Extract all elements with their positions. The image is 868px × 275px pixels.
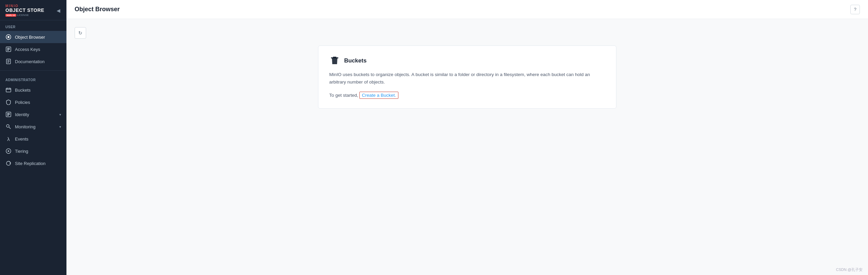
help-button[interactable]: ? bbox=[850, 5, 860, 14]
sidebar-item-tiering[interactable]: Tiering bbox=[0, 145, 66, 157]
sidebar-item-policies[interactable]: Policies bbox=[0, 96, 66, 108]
sidebar: MINIO OBJECT STORE AGPL V3 LICENSE ◀ Use… bbox=[0, 0, 66, 275]
policies-icon bbox=[5, 99, 12, 105]
identity-icon bbox=[5, 111, 12, 117]
sidebar-item-label: Access Keys bbox=[15, 47, 40, 52]
admin-section-label: Administrator bbox=[0, 73, 66, 84]
site-replication-icon bbox=[5, 160, 12, 166]
sidebar-item-identity[interactable]: Identity ▾ bbox=[0, 108, 66, 121]
sidebar-item-label: Object Browser bbox=[15, 35, 45, 40]
sidebar-divider bbox=[0, 70, 66, 71]
object-browser-icon bbox=[5, 34, 12, 40]
create-bucket-row: To get started, Create a Bucket. bbox=[329, 92, 605, 99]
user-section-label: User bbox=[0, 20, 66, 31]
buckets-card: Buckets MinIO uses buckets to organize o… bbox=[318, 45, 616, 109]
refresh-button[interactable]: ↻ bbox=[75, 27, 86, 39]
sidebar-item-label: Policies bbox=[15, 100, 30, 105]
sidebar-item-events[interactable]: λ Events bbox=[0, 133, 66, 145]
sidebar-item-documentation[interactable]: Documentation bbox=[0, 55, 66, 68]
sidebar-item-label: Identity bbox=[15, 112, 29, 117]
license-label: LICENSE bbox=[17, 14, 29, 17]
sidebar-item-label: Buckets bbox=[15, 88, 31, 93]
sidebar-item-site-replication[interactable]: Site Replication bbox=[0, 157, 66, 169]
monitoring-icon bbox=[5, 124, 12, 130]
sidebar-item-label: Events bbox=[15, 136, 28, 142]
cta-prefix: To get started, bbox=[329, 93, 358, 98]
svg-point-1 bbox=[7, 36, 9, 38]
svg-rect-16 bbox=[7, 114, 10, 115]
sidebar-item-access-keys[interactable]: Access Keys bbox=[0, 43, 66, 55]
agpl-badge: AGPL V3 bbox=[5, 14, 16, 17]
bucket-svg-icon bbox=[330, 56, 339, 66]
sidebar-header: MINIO OBJECT STORE AGPL V3 LICENSE ◀ bbox=[0, 0, 66, 20]
svg-rect-5 bbox=[7, 50, 9, 51]
logo-title: OBJECT STORE bbox=[5, 8, 44, 13]
content-area: ↻ Buckets MinIO uses buckets to organize… bbox=[66, 19, 868, 275]
refresh-icon: ↻ bbox=[78, 30, 82, 36]
create-bucket-link[interactable]: Create a Bucket. bbox=[359, 92, 398, 99]
sidebar-item-label: Site Replication bbox=[15, 161, 45, 166]
buckets-nav-icon bbox=[5, 87, 12, 93]
sidebar-item-monitoring[interactable]: Monitoring ▾ bbox=[0, 121, 66, 133]
svg-rect-24 bbox=[333, 57, 336, 58]
sidebar-item-label: Monitoring bbox=[15, 124, 36, 129]
collapse-button[interactable]: ◀ bbox=[56, 7, 61, 14]
top-bar: Object Browser ? bbox=[66, 0, 868, 19]
page-title: Object Browser bbox=[75, 6, 120, 13]
buckets-card-header: Buckets bbox=[329, 55, 605, 66]
documentation-icon bbox=[5, 58, 12, 65]
identity-chevron-icon: ▾ bbox=[59, 113, 61, 116]
access-keys-icon bbox=[5, 46, 12, 52]
svg-rect-17 bbox=[7, 115, 9, 116]
svg-rect-3 bbox=[7, 48, 10, 49]
svg-rect-4 bbox=[7, 49, 10, 50]
monitoring-chevron-icon: ▾ bbox=[59, 125, 61, 129]
sidebar-item-label: Documentation bbox=[15, 59, 44, 64]
events-icon: λ bbox=[5, 136, 12, 142]
svg-rect-10 bbox=[6, 88, 11, 92]
main-content: Object Browser ? ↻ Buckets MinIO uses bu… bbox=[66, 0, 868, 275]
tiering-icon bbox=[5, 148, 12, 154]
svg-rect-15 bbox=[7, 113, 10, 114]
sidebar-item-buckets[interactable]: Buckets bbox=[0, 84, 66, 96]
sidebar-item-label: Tiering bbox=[15, 149, 28, 154]
buckets-description: MinIO uses buckets to organize objects. … bbox=[329, 71, 605, 86]
svg-point-18 bbox=[6, 125, 9, 127]
bucket-icon-wrapper bbox=[329, 55, 340, 66]
footer-note: CSDN @孔子安 bbox=[836, 267, 863, 272]
svg-line-19 bbox=[9, 127, 11, 129]
sidebar-item-object-browser[interactable]: Object Browser bbox=[0, 31, 66, 43]
logo-area: MINIO OBJECT STORE AGPL V3 LICENSE bbox=[5, 4, 44, 17]
buckets-title: Buckets bbox=[344, 57, 367, 64]
logo-subtitle: AGPL V3 LICENSE bbox=[5, 14, 44, 17]
